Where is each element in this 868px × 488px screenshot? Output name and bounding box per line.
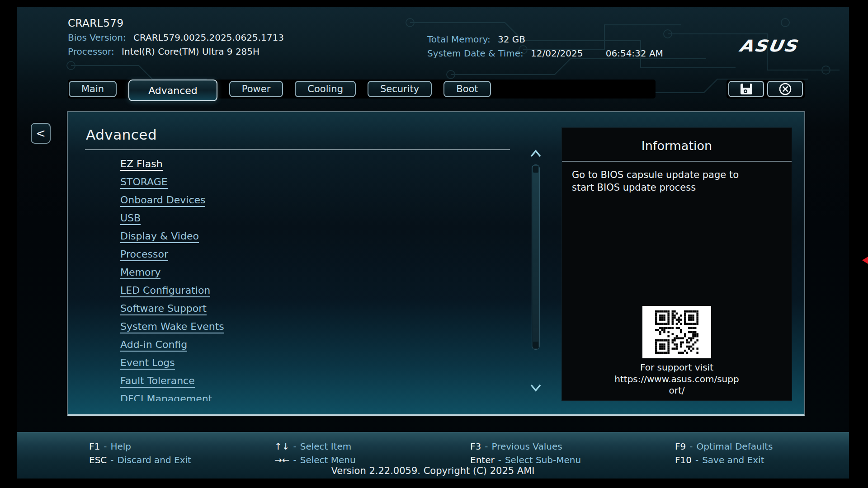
menu-item-label: EZ Flash	[120, 158, 163, 171]
hotkey-key: F1	[89, 441, 100, 452]
hotkey-esc-discard: ESC - Discard and Exit	[89, 453, 191, 467]
support-line: For support visit	[562, 362, 792, 374]
hotkey-bar: F1 - Help ESC - Discard and Exit ↑↓ - Se…	[17, 432, 849, 479]
hotkey-desc: Discard and Exit	[118, 455, 191, 465]
tab-cooling[interactable]: Cooling	[295, 81, 356, 97]
menu-item-fault-tolerance[interactable]: Fault Tolerance	[120, 372, 509, 390]
menu-item-processor[interactable]: Processor	[120, 246, 509, 264]
model-name: CRARL579	[68, 17, 284, 29]
hotkey-key: F10	[675, 455, 692, 465]
hotkey-f3-previous: F3 - Previous Values	[470, 440, 581, 453]
processor-value: Intel(R) Core(TM) Ultra 9 285H	[122, 46, 259, 57]
hotkey-column: F3 - Previous Values Enter - Select Sub-…	[470, 440, 581, 467]
hotkey-key: Enter	[470, 455, 495, 465]
bios-version-label: Bios Version:	[68, 32, 126, 43]
advanced-menu: EZ Flash STORAGE Onboard Devices USB Dis…	[120, 155, 509, 401]
hotkey-desc: Select Sub-Menu	[505, 455, 581, 465]
information-body-line: Go to BIOS capsule update page to	[572, 169, 783, 182]
menu-item-label: STORAGE	[120, 176, 168, 189]
back-button[interactable]: <	[31, 123, 51, 144]
scrollbar-track[interactable]	[532, 164, 540, 350]
red-cursor-artifact	[862, 257, 868, 264]
datetime-label: System Date & Time:	[427, 48, 524, 59]
hotkey-column: ↑↓ - Select Item →← - Select Menu	[274, 440, 356, 467]
hotkey-arrows-select-item: ↑↓ - Select Item	[274, 440, 356, 453]
information-divider	[562, 161, 792, 162]
total-memory-value: 32 GB	[498, 34, 525, 45]
menu-item-ez-flash[interactable]: EZ Flash	[120, 155, 509, 174]
tab-boot[interactable]: Boot	[443, 81, 491, 97]
hotkey-separator: -	[104, 441, 107, 452]
header-system-info: CRARL579 Bios Version: CRARL579.0025.202…	[68, 17, 284, 57]
menu-item-add-in-config[interactable]: Add-in Config	[120, 336, 509, 354]
hotkey-desc: Select Menu	[300, 455, 356, 465]
hotkey-column: F9 - Optimal Defaults F10 - Save and Exi…	[675, 440, 773, 467]
menu-item-onboard-devices[interactable]: Onboard Devices	[120, 192, 509, 210]
bios-version-value: CRARL579.0025.2025.0625.1713	[133, 32, 284, 43]
support-url-line: https://www.asus.com/supp	[562, 374, 792, 385]
information-panel: Information Go to BIOS capsule update pa…	[561, 127, 792, 401]
scroll-up-icon[interactable]	[530, 149, 542, 158]
menu-item-label: Software Support	[120, 303, 207, 315]
hotkey-arrows-select-menu: →← - Select Menu	[274, 453, 356, 467]
asus-logo: ASUS	[727, 36, 809, 55]
menu-item-led-configuration[interactable]: LED Configuration	[120, 282, 509, 300]
scrollbar-thumb-cap	[533, 342, 538, 348]
hotkey-f1-help: F1 - Help	[89, 440, 191, 453]
menu-item-label: Fault Tolerance	[120, 375, 195, 388]
information-body: Go to BIOS capsule update page to start …	[572, 169, 783, 194]
hotkey-separator: -	[485, 441, 488, 452]
hotkey-desc: Help	[110, 441, 131, 452]
hotkey-separator: -	[498, 455, 501, 465]
menu-item-event-logs[interactable]: Event Logs	[120, 354, 509, 372]
floppy-disk-icon	[740, 83, 753, 95]
hotkey-desc: Select Item	[300, 441, 352, 452]
header-memory-datetime: Total Memory: 32 GB System Date & Time: …	[427, 31, 663, 59]
menu-item-system-wake-events[interactable]: System Wake Events	[120, 318, 509, 336]
menu-item-label: USB	[120, 212, 141, 225]
menu-item-label: Memory	[120, 267, 160, 279]
exit-button[interactable]	[767, 81, 803, 97]
tab-power[interactable]: Power	[229, 81, 283, 97]
menu-item-label: Processor	[120, 249, 168, 261]
hotkey-key: ESC	[89, 455, 107, 465]
tab-bar: Main Advanced Power Cooling Security Boo…	[68, 80, 656, 99]
hotkey-desc: Previous Values	[491, 441, 562, 452]
hotkey-f9-defaults: F9 - Optimal Defaults	[675, 440, 773, 453]
menu-item-label: DFCI Management	[120, 393, 212, 401]
menu-item-label: LED Configuration	[120, 285, 210, 297]
tab-main[interactable]: Main	[69, 81, 117, 97]
system-time-value: 06:54:32 AM	[606, 48, 663, 59]
tab-advanced[interactable]: Advanced	[128, 80, 217, 101]
hotkey-separator: -	[293, 441, 297, 452]
hotkey-enter-submenu: Enter - Select Sub-Menu	[470, 453, 581, 467]
hotkey-separator: -	[293, 455, 297, 465]
support-url-line: ort/	[562, 385, 792, 397]
processor-label: Processor:	[68, 46, 114, 57]
hotkey-f10-save-exit: F10 - Save and Exit	[675, 453, 773, 467]
support-text: For support visit https://www.asus.com/s…	[562, 362, 792, 397]
title-divider	[85, 149, 510, 150]
toolbar	[726, 80, 805, 99]
tab-security[interactable]: Security	[368, 81, 432, 97]
hotkey-separator: -	[110, 455, 113, 465]
menu-item-label: System Wake Events	[120, 321, 224, 333]
hotkey-separator: -	[689, 441, 693, 452]
menu-item-storage[interactable]: STORAGE	[120, 174, 509, 192]
menu-item-display-video[interactable]: Display & Video	[120, 228, 509, 246]
circle-x-icon	[778, 82, 792, 96]
information-body-line: start BIOS update process	[572, 182, 783, 194]
hotkey-desc: Optimal Defaults	[696, 441, 773, 452]
save-button[interactable]	[728, 81, 764, 97]
menu-item-dfci-management[interactable]: DFCI Management	[120, 390, 509, 401]
menu-item-software-support[interactable]: Software Support	[120, 300, 509, 318]
menu-item-label: Add-in Config	[120, 339, 187, 352]
hotkey-separator: -	[695, 455, 698, 465]
hotkey-desc: Save and Exit	[702, 455, 764, 465]
scroll-down-icon[interactable]	[530, 383, 542, 392]
menu-item-usb[interactable]: USB	[120, 210, 509, 228]
menu-item-label: Onboard Devices	[120, 194, 205, 207]
menu-item-memory[interactable]: Memory	[120, 264, 509, 282]
hotkey-key: F9	[675, 441, 686, 452]
information-title: Information	[562, 139, 792, 153]
